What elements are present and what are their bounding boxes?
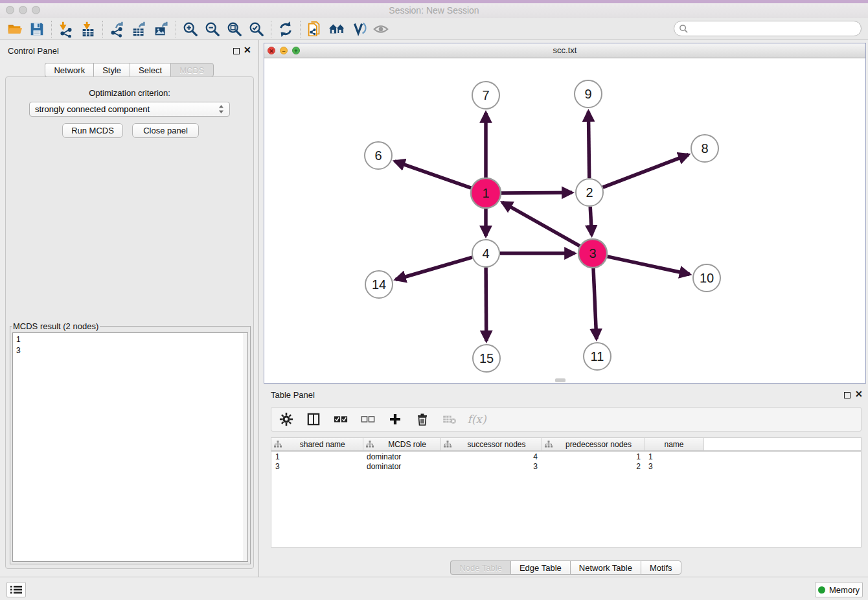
- table-cell[interactable]: 2: [542, 461, 645, 472]
- table-cell[interactable]: 4: [440, 451, 542, 461]
- mcds-panel: Optimization criterion: strongly connect…: [5, 76, 254, 569]
- graph-edge-1-2[interactable]: [501, 192, 572, 193]
- run-mcds-button[interactable]: Run MCDS: [62, 123, 123, 138]
- float-table-panel-icon[interactable]: [844, 392, 851, 398]
- column-header-successor-nodes[interactable]: successor nodes: [440, 438, 542, 451]
- network-canvas[interactable]: 1234678910111415: [264, 58, 865, 383]
- zoom-in-icon[interactable]: [179, 19, 201, 39]
- graph-node-label: 2: [586, 185, 593, 200]
- column-header-mcds-role[interactable]: MCDS role: [363, 438, 440, 451]
- tab-mcds[interactable]: MCDS: [170, 63, 213, 77]
- zoom-fit-icon[interactable]: [223, 19, 246, 39]
- search-box[interactable]: [674, 21, 862, 36]
- open-session-icon[interactable]: [4, 19, 26, 39]
- control-panel-tabs: Network Style Select MCDS: [0, 63, 258, 77]
- tab-edge-table[interactable]: Edge Table: [510, 560, 570, 575]
- table-toolbar: f(x): [271, 407, 862, 432]
- graph-node-label: 7: [482, 88, 489, 102]
- result-scrollbar[interactable]: [244, 333, 247, 561]
- graph-node-label: 4: [482, 246, 489, 260]
- table-panel-title: Table Panel: [271, 390, 315, 400]
- select-all-columns-icon[interactable]: [332, 411, 349, 428]
- graph-edge-2-9[interactable]: [588, 111, 589, 178]
- tab-network[interactable]: Network: [45, 63, 93, 77]
- attribute-icon: [444, 441, 451, 448]
- network-from-file-icon[interactable]: [304, 19, 326, 39]
- deselect-all-columns-icon[interactable]: [360, 411, 376, 428]
- tab-network-table[interactable]: Network Table: [570, 560, 641, 575]
- graph-edge-1-6[interactable]: [395, 161, 472, 188]
- import-network-icon[interactable]: [55, 19, 77, 39]
- stepper-arrows-icon: [218, 104, 224, 114]
- delete-table-icon: [441, 411, 458, 428]
- table-cell[interactable]: dominator: [363, 461, 440, 472]
- show-panels-menu-button[interactable]: [6, 582, 26, 597]
- table-cell[interactable]: dominator: [363, 451, 440, 461]
- network-overview-icon[interactable]: [326, 19, 348, 39]
- window-title: Session: New Session: [0, 5, 868, 16]
- export-table-icon[interactable]: [128, 19, 150, 39]
- column-header-filler: [703, 438, 861, 451]
- table-cell[interactable]: 1: [271, 451, 363, 461]
- table-cell[interactable]: 1: [645, 451, 703, 461]
- table-settings-icon[interactable]: [278, 411, 295, 428]
- control-panel: Control Panel ✕ Network Style Select MCD…: [0, 40, 259, 577]
- save-session-icon[interactable]: [26, 19, 48, 39]
- column-header-name[interactable]: name: [645, 438, 703, 451]
- graph-edge-2-3[interactable]: [590, 207, 591, 235]
- column-header-shared-name[interactable]: shared name: [271, 438, 363, 451]
- search-input[interactable]: [689, 24, 861, 34]
- table-cell[interactable]: 3: [440, 461, 542, 472]
- criterion-value: strongly connected component: [35, 104, 218, 114]
- export-image-icon[interactable]: [150, 19, 172, 39]
- graph-edge-4-15[interactable]: [486, 268, 486, 341]
- table-row[interactable]: 1dominator411: [271, 451, 861, 461]
- node-table: shared nameMCDS rolesuccessor nodesprede…: [271, 437, 862, 548]
- graph-node-label: 10: [700, 271, 714, 285]
- criterion-select[interactable]: strongly connected component: [29, 102, 230, 117]
- graph-edge-3-11[interactable]: [593, 268, 597, 339]
- table-cell[interactable]: 3: [271, 461, 363, 472]
- table-cell[interactable]: 3: [645, 461, 703, 472]
- column-header-predecessor-nodes[interactable]: predecessor nodes: [542, 438, 645, 451]
- search-icon: [679, 24, 689, 34]
- add-column-icon[interactable]: [387, 411, 404, 428]
- float-panel-icon[interactable]: [233, 48, 240, 54]
- canvas-hscrollbar-thumb[interactable]: [555, 378, 565, 382]
- show-hide-graphics-icon[interactable]: [370, 19, 392, 39]
- graph-node-label: 11: [591, 349, 604, 363]
- result-line: 1: [16, 334, 244, 345]
- graph-edge-4-14[interactable]: [396, 257, 472, 279]
- graph-edge-2-8[interactable]: [603, 155, 689, 188]
- tab-select[interactable]: Select: [130, 63, 170, 77]
- zoom-selected-icon[interactable]: [246, 19, 268, 39]
- memory-label: Memory: [829, 585, 860, 595]
- tab-node-table[interactable]: Node Table: [450, 560, 510, 575]
- graph-node-label: 15: [479, 351, 494, 365]
- close-table-panel-icon[interactable]: ✕: [855, 389, 863, 399]
- memory-button[interactable]: Memory: [815, 582, 863, 597]
- mcds-result-list[interactable]: 13: [12, 332, 248, 562]
- optimization-criterion-label: Optimization criterion:: [6, 88, 253, 98]
- table-row[interactable]: 3dominator323: [271, 461, 861, 472]
- attribute-icon: [274, 441, 282, 448]
- apply-layout-icon[interactable]: [275, 19, 297, 39]
- table-cell-filler: [703, 461, 861, 472]
- network-view-title: scc.txt: [264, 45, 865, 55]
- table-cell[interactable]: 1: [542, 451, 645, 461]
- graph-edge-3-1[interactable]: [502, 202, 580, 246]
- tab-style[interactable]: Style: [93, 63, 130, 77]
- tab-motifs[interactable]: Motifs: [641, 560, 681, 575]
- status-bar: Memory: [0, 577, 868, 600]
- export-network-icon[interactable]: [106, 19, 128, 39]
- delete-columns-icon[interactable]: [414, 411, 431, 428]
- network-window-titlebar[interactable]: ✕ – + scc.txt: [264, 43, 865, 58]
- close-panel-icon[interactable]: ✕: [244, 45, 251, 55]
- application-window: Session: New Session: [0, 0, 868, 600]
- import-table-icon[interactable]: [77, 19, 99, 39]
- zoom-out-icon[interactable]: [201, 19, 223, 39]
- graph-edge-3-10[interactable]: [608, 257, 690, 274]
- close-panel-button[interactable]: Close panel: [132, 123, 199, 138]
- style-vizmapper-icon[interactable]: [348, 19, 370, 39]
- toggle-columns-icon[interactable]: [305, 411, 322, 428]
